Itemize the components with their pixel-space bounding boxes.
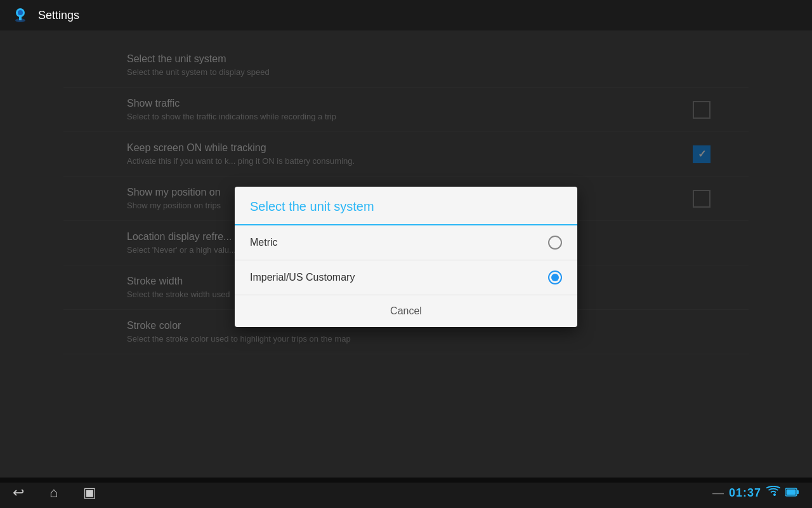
unit-system-dialog: Select the unit system Metric Imperial/U… — [235, 187, 577, 327]
battery-icon — [785, 486, 799, 500]
imperial-label: Imperial/US Customary — [250, 272, 355, 283]
metric-radio[interactable] — [548, 236, 562, 250]
dialog-overlay: Select the unit system Metric Imperial/U… — [0, 30, 812, 483]
page-title: Settings — [38, 9, 79, 22]
dialog-option-imperial[interactable]: Imperial/US Customary — [235, 260, 577, 295]
dash-icon: — — [712, 486, 724, 500]
metric-label: Metric — [250, 237, 278, 248]
dialog-option-metric[interactable]: Metric — [235, 225, 577, 260]
home-button[interactable]: ⌂ — [49, 485, 58, 501]
svg-rect-5 — [787, 489, 796, 495]
app-icon — [10, 5, 30, 25]
dialog-title: Select the unit system — [235, 187, 577, 225]
main-content: Select the unit system Select the unit s… — [0, 30, 812, 483]
cancel-label: Cancel — [390, 305, 422, 316]
wifi-icon — [766, 486, 780, 500]
status-area: — 01:37 — [712, 486, 799, 500]
svg-rect-6 — [797, 490, 799, 494]
cancel-button[interactable]: Cancel — [235, 295, 577, 327]
imperial-radio[interactable] — [548, 271, 562, 284]
status-time: 01:37 — [729, 486, 761, 500]
recents-button[interactable]: ▣ — [83, 485, 96, 501]
back-button[interactable]: ↩ — [13, 485, 24, 501]
imperial-radio-fill — [551, 274, 559, 281]
svg-point-2 — [18, 10, 23, 15]
bottom-nav-left: ↩ ⌂ ▣ — [13, 485, 96, 501]
top-bar: Settings — [0, 0, 812, 30]
svg-rect-3 — [19, 17, 22, 20]
